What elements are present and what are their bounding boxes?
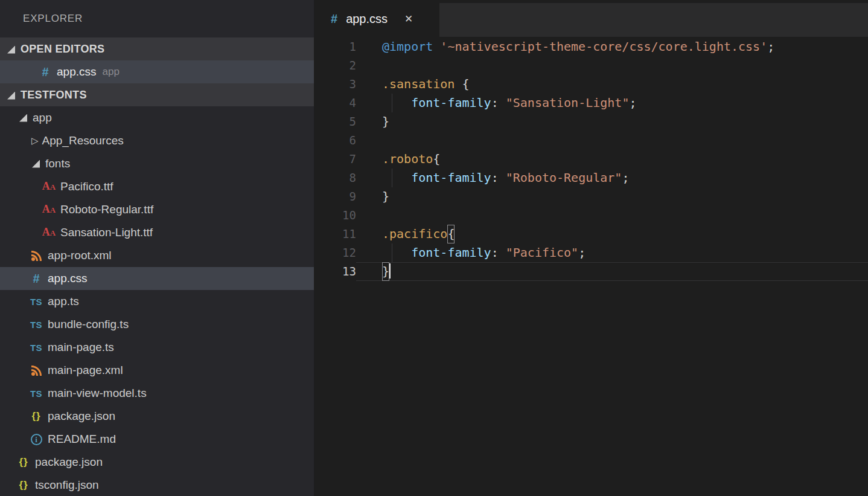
- tree-item-label: app.css: [48, 272, 87, 285]
- code-line-content: }: [356, 112, 868, 131]
- line-number: 11: [314, 225, 356, 243]
- line-number: 5: [314, 112, 356, 131]
- code-line-content: .sansation {: [356, 75, 868, 94]
- code-line-content: font-family: "Roboto-Regular";: [356, 169, 868, 187]
- code-line-content: .roboto{: [356, 150, 868, 169]
- json-file-icon: {}: [30, 409, 43, 424]
- tree-file-readme-md[interactable]: iREADME.md: [0, 428, 314, 451]
- tree-file-pacifico-ttf[interactable]: AAPacifico.ttf: [0, 175, 314, 198]
- tree-file-tsconfig-json[interactable]: {}tsconfig.json: [0, 474, 314, 496]
- xml-file-icon: [30, 248, 43, 263]
- typescript-file-icon: TS: [30, 386, 43, 401]
- chevron-expanded-icon: [7, 92, 15, 100]
- open-editor-item-label: app.css: [57, 65, 96, 79]
- tab-bar: # app.css ✕: [314, 0, 868, 37]
- tree-file-main-view-model-ts[interactable]: TSmain-view-model.ts: [0, 382, 314, 405]
- explorer-title: EXPLORER: [0, 0, 314, 37]
- file-tree: app▷App_ResourcesfontsAAPacifico.ttfAARo…: [0, 106, 314, 496]
- line-number: 7: [314, 150, 356, 169]
- open-editor-item-app.css[interactable]: #app.cssapp: [0, 60, 314, 83]
- tab-app-css[interactable]: # app.css ✕: [314, 0, 439, 37]
- vscode-window: EXPLORER OPEN EDITORS #app.cssapp TESTFO…: [0, 0, 868, 496]
- tree-file-package-json[interactable]: {}package.json: [0, 405, 314, 428]
- close-icon[interactable]: ✕: [404, 13, 413, 25]
- line-number: 1: [314, 37, 356, 56]
- code-line-9[interactable]: 9}: [314, 187, 868, 206]
- code-line-5[interactable]: 5}: [314, 112, 868, 131]
- xml-file-icon: [30, 363, 43, 378]
- css-file-icon: #: [30, 271, 43, 286]
- open-editors-list: #app.cssapp: [0, 60, 314, 83]
- font-file-icon: AA: [42, 225, 56, 240]
- tree-item-label: main-page.ts: [48, 341, 114, 354]
- code-line-content: [356, 206, 868, 225]
- tree-folder-app-resources[interactable]: ▷App_Resources: [0, 129, 314, 152]
- line-number: 12: [314, 243, 356, 262]
- tree-item-label: app.ts: [48, 295, 79, 308]
- typescript-file-icon: TS: [30, 340, 43, 355]
- code-line-content: }: [356, 262, 868, 281]
- open-editors-label: OPEN EDITORS: [21, 43, 104, 56]
- json-file-icon: {}: [17, 455, 30, 469]
- indent-guide: [392, 94, 392, 112]
- tree-item-label: app-root.xml: [48, 249, 112, 262]
- matched-bracket: }: [382, 262, 389, 281]
- indent-guide: [392, 243, 392, 262]
- code-line-4[interactable]: 4 font-family: "Sansation-Light";: [314, 94, 868, 112]
- code-line-2[interactable]: 2: [314, 56, 868, 75]
- tree-file-app-css[interactable]: #app.css: [0, 267, 314, 290]
- code-line-6[interactable]: 6: [314, 131, 868, 150]
- tree-file-package-json[interactable]: {}package.json: [0, 451, 314, 474]
- code-line-1[interactable]: 1@import '~nativescript-theme-core/css/c…: [314, 37, 868, 56]
- tree-file-main-page-xml[interactable]: main-page.xml: [0, 359, 314, 382]
- code-line-7[interactable]: 7.roboto{: [314, 150, 868, 169]
- text-cursor: [389, 263, 391, 279]
- code-line-3[interactable]: 3.sansation {: [314, 75, 868, 94]
- tree-item-label: package.json: [35, 456, 103, 469]
- tree-folder-fonts[interactable]: fonts: [0, 152, 314, 175]
- tree-item-label: Roboto-Regular.ttf: [60, 203, 153, 216]
- chevron-expanded-icon: [32, 160, 40, 168]
- tree-item-label: main-view-model.ts: [48, 387, 147, 400]
- line-number: 2: [314, 56, 356, 75]
- tree-file-app-ts[interactable]: TSapp.ts: [0, 290, 314, 313]
- tree-folder-app[interactable]: app: [0, 106, 314, 129]
- json-file-icon: {}: [17, 478, 30, 492]
- explorer-sidebar: EXPLORER OPEN EDITORS #app.cssapp TESTFO…: [0, 0, 314, 496]
- code-line-content: }: [356, 187, 868, 206]
- code-line-content: font-family: "Sansation-Light";: [356, 94, 868, 112]
- chevron-expanded-icon: [7, 46, 15, 54]
- line-number: 3: [314, 75, 356, 94]
- line-number: 9: [314, 187, 356, 206]
- tree-item-label: fonts: [45, 157, 70, 170]
- tree-item-label: Sansation-Light.ttf: [60, 226, 153, 239]
- font-file-icon: AA: [42, 202, 56, 217]
- tab-bar-empty-space: [439, 3, 868, 37]
- chevron-expanded-icon: [19, 114, 27, 122]
- tree-item-label: tsconfig.json: [35, 478, 99, 492]
- tree-item-label: package.json: [48, 410, 115, 423]
- open-editors-section-header[interactable]: OPEN EDITORS: [0, 37, 314, 60]
- testfonts-section-header[interactable]: TESTFONTS: [0, 83, 314, 106]
- tree-item-label: README.md: [48, 433, 116, 446]
- line-number: 10: [314, 206, 356, 225]
- tree-file-bundle-config-ts[interactable]: TSbundle-config.ts: [0, 313, 314, 336]
- code-line-8[interactable]: 8 font-family: "Roboto-Regular";: [314, 169, 868, 187]
- line-number: 4: [314, 94, 356, 112]
- code-line-11[interactable]: 11.pacifico{: [314, 225, 868, 243]
- tree-file-app-root-xml[interactable]: app-root.xml: [0, 244, 314, 267]
- tree-item-label: App_Resources: [42, 134, 124, 147]
- code-editor[interactable]: 1@import '~nativescript-theme-core/css/c…: [314, 37, 868, 496]
- code-line-10[interactable]: 10: [314, 206, 868, 225]
- code-line-content: @import '~nativescript-theme-core/css/co…: [356, 37, 868, 56]
- typescript-file-icon: TS: [30, 317, 43, 332]
- tab-label: app.css: [346, 12, 388, 26]
- tree-file-sansation-light-ttf[interactable]: AASansation-Light.ttf: [0, 221, 314, 244]
- tree-file-main-page-ts[interactable]: TSmain-page.ts: [0, 336, 314, 359]
- tree-file-roboto-regular-ttf[interactable]: AARoboto-Regular.ttf: [0, 198, 314, 221]
- code-line-13[interactable]: 13}: [314, 262, 868, 281]
- testfonts-label: TESTFONTS: [21, 89, 87, 101]
- code-line-12[interactable]: 12 font-family: "Pacifico";: [314, 243, 868, 262]
- line-number: 8: [314, 169, 356, 187]
- info-readme-icon: i: [30, 432, 43, 446]
